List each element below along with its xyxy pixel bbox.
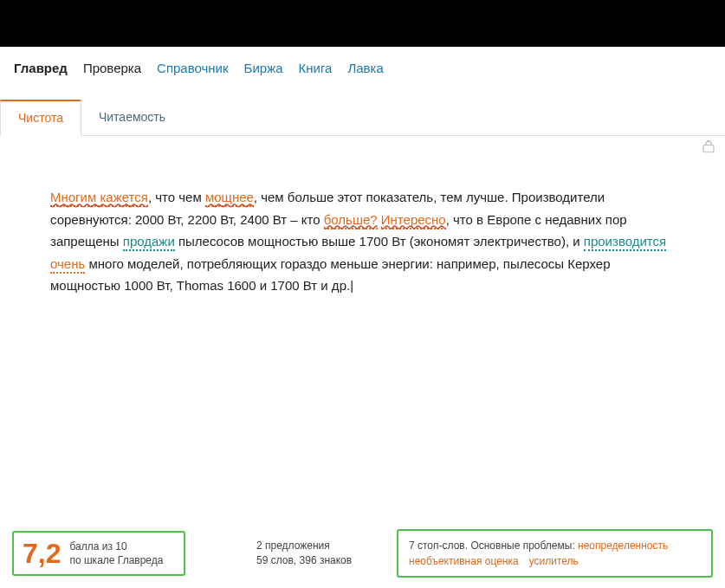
stats-words: 59 слов, 396 знаков xyxy=(256,553,386,568)
nav-reference[interactable]: Справочник xyxy=(157,61,229,75)
score-label-line1: балла из 10 xyxy=(69,540,163,553)
brand[interactable]: Главред xyxy=(14,61,68,75)
stats-sentences: 2 предложения xyxy=(256,539,386,553)
nav-shop[interactable]: Лавка xyxy=(347,61,383,75)
score-label: балла из 10 по шкале Главреда xyxy=(69,540,163,567)
main-nav: Главред Проверка Справочник Биржа Книга … xyxy=(0,47,725,75)
stats: 2 предложения 59 слов, 396 знаков xyxy=(256,539,386,568)
highlight-subjective[interactable]: больше? xyxy=(324,212,378,229)
nav-check[interactable]: Проверка xyxy=(83,61,141,75)
problem-link-vagueness[interactable]: неопределенность xyxy=(578,540,668,552)
highlight-subjective[interactable]: мощнее xyxy=(205,190,254,207)
problem-link-subjectivity[interactable]: необъективная оценка xyxy=(409,555,519,567)
score-value: 7,2 xyxy=(23,540,61,567)
highlight-subjective[interactable]: Интересно xyxy=(381,212,446,229)
problems-box: 7 стоп-слов. Основные проблемы: неопреде… xyxy=(397,529,713,578)
tabs: Чистота Читаемость xyxy=(0,100,725,136)
highlight-intensifier[interactable]: очень xyxy=(50,256,85,274)
problems-lead: 7 стоп-слов. Основные проблемы: xyxy=(409,540,578,552)
nav-book[interactable]: Книга xyxy=(299,61,333,75)
footer: 7,2 балла из 10 по шкале Главреда 2 пред… xyxy=(12,529,713,578)
tab-readability[interactable]: Читаемость xyxy=(81,100,183,135)
window-top-blackbar xyxy=(0,0,725,47)
highlight-syntax[interactable]: производится xyxy=(584,234,666,251)
highlight-subjective[interactable]: Многим кажется xyxy=(50,190,148,207)
tab-cleanliness[interactable]: Чистота xyxy=(0,100,81,136)
nav-exchange[interactable]: Биржа xyxy=(244,61,283,75)
score-box: 7,2 балла из 10 по шкале Главреда xyxy=(12,531,185,576)
editor-area[interactable]: Многим кажется, что чем мощнее, чем боль… xyxy=(0,136,725,314)
text: , что чем xyxy=(148,190,205,204)
text: пылесосов мощностью выше 1700 Вт (эконом… xyxy=(175,234,584,249)
score-label-line2: по шкале Главреда xyxy=(69,553,163,567)
text: много моделей, потребляющих гораздо мень… xyxy=(50,256,611,294)
problem-link-intensifier[interactable]: усилитель xyxy=(529,555,579,567)
highlight-syntax[interactable]: продажи xyxy=(123,234,175,251)
share-icon[interactable] xyxy=(701,139,716,156)
svg-rect-0 xyxy=(703,145,714,152)
